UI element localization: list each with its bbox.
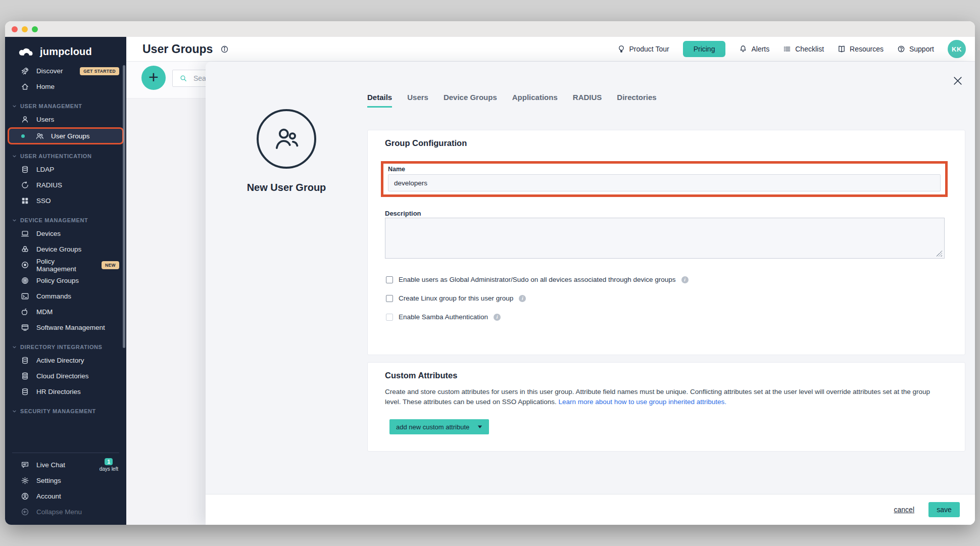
collapse-icon	[21, 508, 29, 516]
sidebar-item-settings[interactable]: Settings	[5, 473, 126, 488]
section-directory-integrations[interactable]: DIRECTORY INTEGRATIONS	[5, 341, 126, 353]
sidebar-item-cloud-directories[interactable]: Cloud Directories	[5, 368, 126, 384]
sidebar-item-radius[interactable]: RADIUS	[5, 177, 126, 193]
plus-icon: +	[149, 67, 159, 87]
sidebar-item-mdm[interactable]: MDM	[5, 304, 126, 320]
global-admin-checkbox[interactable]	[386, 276, 393, 283]
modal-tabs: Details Users Device Groups Applications…	[367, 93, 657, 108]
sidebar-item-users[interactable]: Users	[5, 112, 126, 127]
save-button[interactable]: save	[928, 502, 960, 517]
get-started-badge: GET STARTED	[80, 67, 119, 75]
section-label: SECURITY MANAGEMENT	[20, 408, 96, 414]
cloud-logo-icon	[18, 46, 35, 57]
laptop-icon	[21, 229, 29, 238]
minimize-window-button[interactable]	[22, 26, 28, 32]
alerts-button[interactable]: Alerts	[739, 45, 769, 53]
sidebar-item-hr-directories[interactable]: HR Directories	[5, 384, 126, 400]
sidebar-item-policy-management[interactable]: Policy Management NEW	[5, 257, 126, 273]
tab-device-groups[interactable]: Device Groups	[444, 93, 497, 108]
add-user-group-button[interactable]: +	[141, 66, 166, 90]
tab-radius[interactable]: RADIUS	[573, 93, 602, 108]
section-security-management[interactable]: SECURITY MANAGEMENT	[5, 406, 126, 417]
question-icon	[897, 45, 905, 53]
info-icon[interactable]: i	[519, 295, 526, 302]
resize-grip-icon[interactable]	[936, 251, 942, 257]
close-icon[interactable]	[953, 76, 963, 86]
sidebar-item-label: Home	[36, 83, 55, 90]
description-textarea[interactable]	[385, 218, 945, 259]
resources-button[interactable]: Resources	[838, 45, 884, 53]
sidebar-item-collapse-menu[interactable]: Collapse Menu	[5, 504, 126, 520]
search-icon	[179, 74, 187, 82]
header-nav: Product Tour Pricing Alerts Checklist Re…	[617, 40, 966, 58]
database-icon	[21, 387, 29, 396]
sidebar-item-live-chat[interactable]: Live Chat 1 days left	[5, 457, 126, 473]
learn-more-link[interactable]: Learn more about how to use group inheri…	[558, 398, 726, 406]
tab-details[interactable]: Details	[367, 93, 392, 108]
info-icon[interactable]: i	[681, 276, 689, 283]
sidebar-item-home[interactable]: Home	[5, 79, 126, 94]
maximize-window-button[interactable]	[32, 26, 38, 32]
checklist-button[interactable]: Checklist	[783, 45, 824, 53]
rings-icon	[21, 276, 29, 285]
sidebar-item-device-groups[interactable]: Device Groups	[5, 241, 126, 257]
checkbox-label: Create Linux group for this user group	[399, 294, 513, 302]
sidebar-item-account[interactable]: Account	[5, 488, 126, 504]
sidebar-item-discover[interactable]: Discover GET STARTED	[5, 63, 126, 79]
sidebar-item-commands[interactable]: Commands	[5, 288, 126, 304]
sidebar-item-active-directory[interactable]: Active Directory	[5, 353, 126, 368]
book-icon	[838, 45, 846, 53]
info-icon[interactable]	[220, 45, 229, 54]
resources-label: Resources	[850, 45, 884, 53]
users-large-icon	[271, 123, 302, 155]
product-tour-button[interactable]: Product Tour	[617, 45, 669, 53]
page-title: User Groups	[142, 42, 213, 56]
sidebar-item-user-groups[interactable]: User Groups	[8, 127, 124, 144]
samba-checkbox[interactable]	[386, 314, 393, 321]
titlebar	[5, 21, 975, 37]
button-label: add new custom attribute	[396, 423, 469, 431]
custom-attributes-heading: Custom Attributes	[385, 371, 457, 380]
chevron-down-icon	[12, 104, 17, 109]
cancel-button[interactable]: cancel	[894, 506, 914, 514]
sidebar: jumpcloud Discover GET STARTED Home USER…	[5, 37, 126, 525]
section-user-authentication[interactable]: USER AUTHENTICATION	[5, 151, 126, 162]
name-field-highlight: Name	[381, 161, 948, 197]
sidebar-item-policy-groups[interactable]: Policy Groups	[5, 273, 126, 288]
checkbox-label: Enable users as Global Administrator/Sud…	[399, 276, 676, 283]
account-icon	[21, 492, 29, 501]
name-label: Name	[388, 166, 941, 173]
name-input[interactable]	[388, 174, 941, 191]
sidebar-item-label: HR Directories	[36, 388, 81, 395]
sidebar-item-label: Users	[36, 116, 54, 123]
home-icon	[21, 82, 29, 91]
sidebar-item-sso[interactable]: SSO	[5, 193, 126, 209]
section-user-management[interactable]: USER MANAGEMENT	[5, 101, 126, 112]
users-icon	[35, 132, 44, 140]
checkbox-group: Enable users as Global Administrator/Sud…	[386, 276, 689, 321]
tab-applications[interactable]: Applications	[512, 93, 558, 108]
tab-directories[interactable]: Directories	[617, 93, 656, 108]
alerts-label: Alerts	[751, 45, 769, 53]
close-window-button[interactable]	[12, 26, 18, 32]
tab-users[interactable]: Users	[407, 93, 428, 108]
add-custom-attribute-button[interactable]: add new custom attribute	[389, 419, 489, 434]
pricing-button[interactable]: Pricing	[683, 41, 726, 57]
support-button[interactable]: Support	[897, 45, 934, 53]
sidebar-item-ldap[interactable]: LDAP	[5, 162, 126, 177]
jumpcloud-logo: jumpcloud	[5, 37, 126, 59]
sidebar-item-label: RADIUS	[36, 181, 62, 189]
sidebar-scrollbar[interactable]	[123, 65, 125, 348]
sidebar-item-label: Discover	[36, 67, 63, 75]
rocket-icon	[21, 67, 29, 75]
sidebar-item-label: MDM	[36, 308, 53, 316]
section-device-management[interactable]: DEVICE MANAGEMENT	[5, 215, 126, 226]
trial-days-left: 1 days left	[100, 458, 118, 472]
sidebar-item-software-management[interactable]: Software Management	[5, 320, 126, 335]
avatar[interactable]: KK	[948, 40, 966, 58]
target-icon	[21, 261, 29, 269]
info-icon[interactable]: i	[494, 314, 501, 321]
sidebar-item-devices[interactable]: Devices	[5, 226, 126, 241]
linux-group-checkbox[interactable]	[386, 295, 393, 302]
section-label: DIRECTORY INTEGRATIONS	[20, 344, 103, 350]
